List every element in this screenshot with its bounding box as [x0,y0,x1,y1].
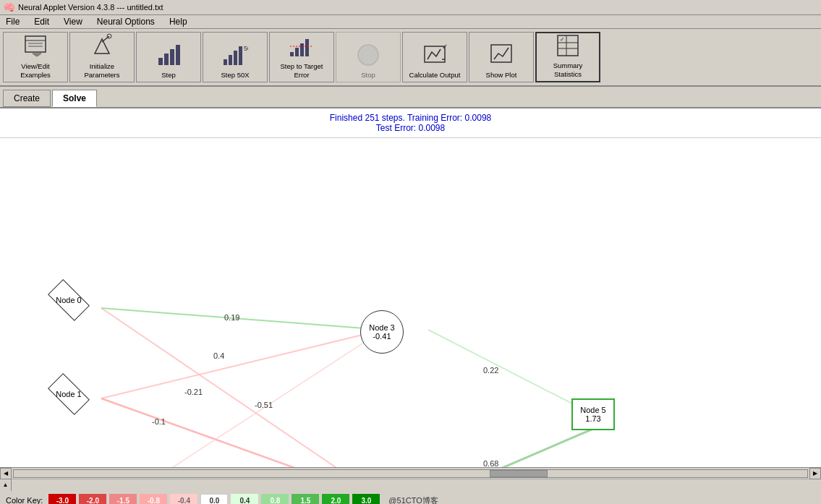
show-plot-button[interactable]: Show Plot [469,32,534,82]
svg-line-38 [428,330,593,414]
svg-text:50: 50 [244,45,248,52]
svg-rect-18 [295,48,299,56]
tab-create[interactable]: Create [3,90,51,107]
step-target-icon [289,33,315,59]
menu-edit[interactable]: Edit [31,17,52,27]
title-text: Neural Applet Version 4.3.8 --- untitled… [18,3,163,12]
svg-marker-4 [33,54,41,56]
svg-rect-9 [164,54,169,65]
weight-w2: 0.4 [213,351,224,360]
weight-w5: -0.1 [152,417,166,426]
tab-bar: Create Solve [0,87,821,108]
view-edit-button[interactable]: View/Edit Examples [3,32,68,82]
network-canvas: 0.19 0.4 -0.21 -0.51 -0.1 0.29 0.22 0.68… [0,138,821,467]
status-line1: Finished 251 steps. Training Error: 0.00… [4,113,817,123]
title-bar: 🧠 Neural Applet Version 4.3.8 --- untitl… [0,0,821,15]
scroll-thumb[interactable] [490,470,548,477]
step-button[interactable]: Step [136,32,201,82]
step-target-label: Step to Target Error [273,62,331,79]
resize-icon: ▲ [0,479,12,491]
step-label: Step [161,71,176,79]
watermark: @51CTO博客 [388,495,438,505]
svg-point-22 [358,45,378,65]
node-1[interactable]: Node 1 [40,377,98,411]
svg-rect-0 [25,36,46,52]
menu-file[interactable]: File [3,17,22,27]
svg-rect-26 [491,45,511,62]
summary-stats-button[interactable]: ✓ Summary Statistics [535,32,600,82]
svg-line-35 [101,398,383,467]
swatch-neg04: -0.4 [170,494,197,504]
svg-rect-12 [224,59,227,65]
swatch-pos20: 2.0 [322,494,349,504]
color-key-label: Color Key: [6,496,43,504]
svg-rect-17 [290,52,294,56]
weight-w3: -0.21 [184,388,203,396]
svg-text:✓: ✓ [442,43,448,51]
node-0[interactable]: Node 0 [40,283,98,317]
step50x-button[interactable]: 50 Step 50X [203,32,268,82]
weight-w8: 0.68 [483,459,498,467]
svg-rect-19 [300,43,304,56]
scroll-area: ◀ ▶ [0,467,821,479]
swatch-neg2: -2.0 [79,494,106,504]
show-plot-icon [488,42,514,68]
stop-icon [355,42,381,68]
svg-line-39 [428,429,593,467]
menu-bar: File Edit View Neural Options Help [0,15,821,29]
node5-label: Node 5 [580,406,605,414]
swatch-neg08: -0.8 [140,494,167,504]
svg-rect-10 [170,49,174,65]
swatch-pos30: 3.0 [352,494,380,504]
svg-rect-13 [229,55,232,65]
scroll-left-button[interactable]: ◀ [0,468,12,479]
svg-rect-20 [305,39,309,56]
status-area: Finished 251 steps. Training Error: 0.00… [0,108,821,138]
menu-view[interactable]: View [61,17,85,27]
init-params-label: Initialize Parameters [73,62,131,79]
view-edit-label: View/Edit Examples [7,62,64,79]
status-line2: Test Error: 0.0098 [4,123,817,133]
connections-layer [0,138,821,467]
weight-w4: -0.51 [255,401,273,409]
svg-rect-15 [239,46,242,65]
node3-value: -0.41 [373,332,391,341]
swatch-pos15: 1.5 [292,494,319,504]
toolbar: View/Edit Examples Initialize Parameters… [0,29,821,87]
svg-line-33 [101,308,383,467]
svg-line-36 [101,330,383,467]
svg-line-34 [101,330,383,398]
show-plot-label: Show Plot [486,71,517,79]
weight-w7: 0.22 [483,366,498,375]
svg-rect-14 [234,51,237,65]
calc-output-button[interactable]: ✓ Calculate Output [402,32,467,82]
swatch-pos04: 0.4 [231,494,258,504]
init-params-button[interactable]: Initialize Parameters [69,32,135,82]
swatch-neg15: -1.5 [109,494,137,504]
tab-solve[interactable]: Solve [52,90,97,107]
menu-help[interactable]: Help [166,17,190,27]
scroll-track[interactable] [13,469,808,478]
calc-output-label: Calculate Output [409,71,461,79]
swatch-neg3: -3.0 [48,494,76,504]
calc-output-icon: ✓ [422,42,448,68]
step-target-button[interactable]: Step to Target Error [269,32,334,82]
scroll-right-button[interactable]: ▶ [809,468,821,479]
swatch-pos08: 0.8 [261,494,289,504]
menu-neural-options[interactable]: Neural Options [94,17,158,27]
view-edit-icon [22,33,48,59]
node-3[interactable]: Node 3 -0.41 [360,310,404,354]
stop-label: Stop [361,71,375,79]
svg-rect-11 [176,45,180,65]
init-params-icon [89,33,115,59]
svg-text:✓: ✓ [560,36,565,43]
node3-label: Node 3 [369,323,394,332]
color-key: Color Key: -3.0 -2.0 -1.5 -0.8 -0.4 0.0 … [0,490,821,504]
node5-value: 1.73 [585,414,600,423]
svg-marker-5 [95,39,109,54]
swatch-zero: 0.0 [200,494,228,504]
svg-line-32 [101,308,383,330]
node-5[interactable]: Node 5 1.73 [571,398,615,430]
stop-button[interactable]: Stop [336,32,401,82]
step50x-label: Step 50X [221,71,249,79]
